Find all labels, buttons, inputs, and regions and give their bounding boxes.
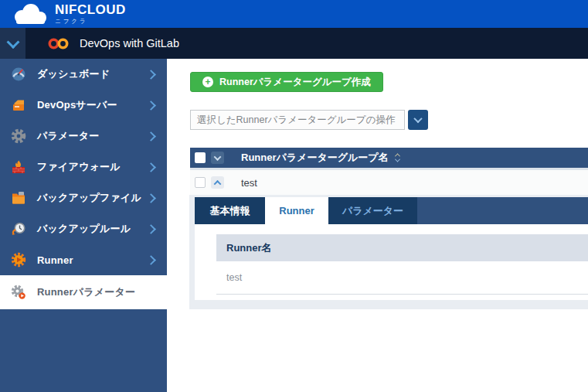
plus-icon: + — [202, 77, 213, 87]
group-table-row[interactable]: test — [190, 170, 588, 195]
firewall-icon — [11, 159, 26, 175]
chevron-right-icon — [148, 253, 155, 267]
sidebar-item-firewall[interactable]: ファイアウォール — [0, 152, 167, 182]
dashboard-gauge-icon — [11, 66, 26, 82]
sidebar-collapse-button[interactable] — [0, 28, 25, 59]
sort-down-icon — [395, 157, 400, 162]
service-title-group: DevOps with GitLab — [48, 28, 179, 59]
chevron-down-icon — [413, 114, 422, 123]
cloud-icon — [12, 3, 48, 25]
topbar: NIFCLOUD ニフクラ — [0, 0, 588, 28]
server-icon — [11, 97, 26, 113]
group-detail-panel-inner: 基本情報 Runner パラメーター Runner名 test — [195, 197, 588, 300]
tab-parameter[interactable]: パラメーター — [328, 197, 417, 224]
row-checkbox[interactable] — [195, 177, 206, 188]
sidebar-item-label: ダッシュボード — [37, 67, 148, 81]
service-bar: DevOps with GitLab — [0, 28, 588, 59]
gitlab-infinity-icon — [48, 37, 69, 50]
group-action-dropdown[interactable]: 選択したRunnerパラメーターグループの操作 — [190, 110, 405, 130]
sidebar-item-parameter[interactable]: パラメーター — [0, 121, 167, 152]
runner-icon — [11, 252, 26, 268]
sidebar-item-backup-file[interactable]: バックアップファイル — [0, 182, 167, 213]
sort-icon[interactable] — [396, 153, 399, 162]
chevron-up-icon — [214, 179, 222, 187]
brand-name: NIFCLOUD — [55, 3, 126, 16]
tab-bar-filler — [417, 197, 588, 224]
create-button-label: Runnerパラメーターグループ作成 — [219, 76, 371, 89]
chevron-right-icon — [148, 129, 155, 143]
chevron-down-icon — [214, 153, 222, 161]
group-action-dropdown-value: 選択したRunnerパラメーターグループの操作 — [197, 114, 395, 127]
brand-subname: ニフクラ — [55, 19, 126, 25]
group-table-header: Runnerパラメーターグループ名 — [190, 148, 588, 170]
runner-table: Runner名 test — [216, 234, 588, 295]
sidebar-item-devops-server[interactable]: DevOpsサーバー — [0, 90, 167, 121]
gear-icon — [11, 128, 26, 144]
backup-rule-icon — [11, 221, 26, 237]
create-runner-parameter-group-button[interactable]: + Runnerパラメーターグループ作成 — [190, 72, 383, 92]
nifcloud-logo[interactable]: NIFCLOUD ニフクラ — [12, 3, 126, 25]
service-title: DevOps with GitLab — [80, 37, 179, 49]
group-name-cell: test — [241, 177, 257, 189]
group-detail-panel: 基本情報 Runner パラメーター Runner名 test — [189, 195, 588, 309]
runner-name-column-header: Runner名 — [216, 234, 588, 261]
group-action-dropdown-button[interactable] — [408, 110, 428, 130]
backup-file-icon — [11, 190, 26, 206]
chevron-right-icon — [148, 67, 155, 81]
runner-table-row: test — [216, 261, 588, 295]
sidebar: ダッシュボード DevOpsサーバー パラメ — [0, 59, 167, 392]
sidebar-item-label: Runner — [37, 254, 148, 266]
sidebar-item-runner[interactable]: Runner — [0, 244, 167, 275]
sidebar-item-label: バックアップルール — [37, 222, 148, 236]
sidebar-item-label: バックアップファイル — [37, 191, 148, 205]
chevron-down-icon — [6, 36, 19, 49]
sidebar-item-backup-rule[interactable]: バックアップルール — [0, 213, 167, 244]
select-all-checkbox[interactable] — [195, 152, 206, 163]
tab-runner[interactable]: Runner — [265, 197, 328, 224]
chevron-right-icon — [148, 98, 155, 112]
detail-tab-bar: 基本情報 Runner パラメーター — [195, 197, 588, 224]
sidebar-item-dashboard[interactable]: ダッシュボード — [0, 59, 167, 90]
chevron-right-icon — [148, 191, 155, 205]
collapse-all-button[interactable] — [211, 152, 224, 164]
sidebar-item-label: パラメーター — [37, 129, 148, 143]
group-name-column-header[interactable]: Runnerパラメーターグループ名 — [241, 151, 389, 165]
chevron-right-icon — [148, 160, 155, 174]
row-collapse-button[interactable] — [211, 176, 224, 189]
sidebar-item-label: ファイアウォール — [37, 160, 148, 174]
sidebar-item-runner-parameter[interactable]: Runnerパラメーター — [0, 275, 167, 309]
chevron-right-icon — [148, 222, 155, 236]
sidebar-item-label: DevOpsサーバー — [37, 98, 148, 112]
app-window: NIFCLOUD ニフクラ DevOps with GitLab — [0, 0, 588, 392]
sidebar-item-label: Runnerパラメーター — [37, 285, 156, 299]
tab-basic-info[interactable]: 基本情報 — [195, 197, 265, 224]
runner-parameter-icon — [11, 285, 26, 300]
